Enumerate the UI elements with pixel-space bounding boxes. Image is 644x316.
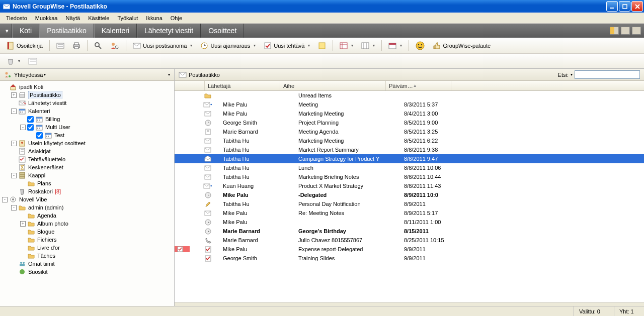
tree-item[interactable]: Asiakirjat [0, 147, 174, 155]
view-grid-button[interactable] [632, 27, 641, 35]
folder-checkbox[interactable] [27, 116, 34, 123]
message-row[interactable]: Tabitha HuMarketing Briefing Notes8/8/20… [175, 172, 644, 181]
menu-file[interactable]: Tiedosto [2, 14, 31, 23]
message-list[interactable]: Unread ItemsMike PaluMeeting8/3/2011 5:3… [175, 91, 644, 302]
maximize-button[interactable] [619, 1, 630, 12]
view-details-button[interactable] [337, 40, 356, 52]
tab-mailbox[interactable]: Postilaatikko [39, 24, 94, 38]
tab-contacts[interactable]: Osoitteet [201, 24, 244, 38]
menu-help[interactable]: Ohje [167, 14, 186, 23]
expand-toggle[interactable]: + [11, 141, 17, 146]
expand-toggle[interactable]: - [2, 197, 8, 202]
view-list-button[interactable] [621, 27, 630, 35]
tree-item[interactable]: +Album photo [0, 220, 174, 228]
message-row[interactable]: Mike Palu-Delegated8/9/2011 10:0 [175, 190, 644, 199]
message-row[interactable]: George SmithProject Planning8/5/2011 9:0… [175, 118, 644, 127]
tree-item[interactable]: Fichiers [0, 236, 174, 244]
new-task-button[interactable]: Uusi tehtävä [261, 40, 312, 52]
menu-tools[interactable]: Työkalut [113, 14, 142, 23]
sidebar-status-header[interactable]: Yhteydessä ▾ ▾ [0, 69, 174, 81]
expand-toggle[interactable]: - [11, 173, 17, 178]
tab-calendar[interactable]: Kalenteri [94, 24, 137, 38]
tree-item[interactable]: Blogue [0, 228, 174, 236]
addressbook-button[interactable]: Osoitekirja [4, 40, 45, 52]
message-row[interactable]: Tabitha HuMarket Report Summary8/8/2011 … [175, 145, 644, 154]
expand-toggle[interactable]: + [20, 221, 26, 227]
new-appointment-button[interactable]: Uusi ajanvaraus [198, 40, 258, 52]
tree-item[interactable]: Tâches [0, 252, 174, 260]
tree-item[interactable]: Roskakori[8] [0, 187, 174, 195]
search-input[interactable] [575, 70, 640, 79]
message-row[interactable]: Marie BarnardJulio Chavez 80155578678/25… [175, 236, 644, 245]
search-dropdown-arrow[interactable]: ▾ [571, 72, 573, 77]
tree-item[interactable]: Suosikit [0, 268, 174, 276]
tree-item[interactable]: Tehtäväluettelo [0, 155, 174, 163]
tree-item[interactable]: Omat tiimit [0, 260, 174, 268]
col-date[interactable]: Päiväm… [386, 81, 451, 90]
tree-item[interactable]: +Usein käytetyt osoitteet [0, 139, 174, 147]
message-row[interactable]: Mike Palu8/11/2011 1:00 [175, 218, 644, 227]
category-row[interactable]: Unread Items [175, 91, 644, 100]
tree-item[interactable]: -Multi User [0, 123, 174, 131]
view-columns-button[interactable] [359, 40, 377, 52]
message-row[interactable]: Tabitha HuPersonal Day Notification8/9/2… [175, 199, 644, 208]
menu-actions[interactable]: Käsittele [84, 14, 113, 23]
message-row[interactable]: Mike PaluMarketing Meeting8/4/2011 3:00 [175, 109, 644, 118]
folder-checkbox[interactable] [36, 132, 43, 139]
menu-window[interactable]: Ikkuna [142, 14, 166, 23]
close-button[interactable] [631, 1, 643, 12]
new-mail-button[interactable]: Uusi postisanoma [130, 40, 195, 52]
new-other-button[interactable] [315, 40, 329, 52]
tree-item[interactable]: Billing [0, 115, 174, 123]
find-contact-button[interactable] [108, 40, 122, 52]
menu-view[interactable]: Näytä [61, 14, 84, 23]
tree-item[interactable]: -Novell Vibe [0, 195, 174, 203]
print-button[interactable] [70, 40, 83, 52]
message-row[interactable]: Tabitha HuLunch8/8/2011 10:06 [175, 163, 644, 172]
folder-checkbox[interactable] [27, 124, 34, 131]
tree-item[interactable]: Test [0, 131, 174, 139]
col-subject[interactable]: Aihe [280, 81, 386, 90]
tree-item[interactable]: Lähetetyt viestit [0, 99, 174, 107]
tree-item[interactable]: ipadfi Koti [0, 83, 174, 91]
message-row[interactable]: Mike PaluMeeting8/3/2011 5:37 [175, 100, 644, 109]
message-row[interactable]: Marie BarnardGeorge's Birthday8/15/2011 [175, 227, 644, 236]
tree-item[interactable]: -Kalenteri [0, 107, 174, 115]
message-row[interactable]: Kuan HuangProduct X Market Strategy8/8/2… [175, 181, 644, 190]
window-title: Novell GroupWise - Postilaatikko [13, 3, 107, 10]
col-icon[interactable] [175, 81, 205, 90]
tree-item[interactable]: +Postilaatikko [0, 91, 174, 99]
search-button[interactable] [92, 40, 105, 52]
view-panels-button[interactable] [610, 27, 619, 35]
tree-item[interactable]: Agenda [0, 212, 174, 220]
folder-tree[interactable]: ipadfi Koti+PostilaatikkoLähetetyt viest… [0, 81, 174, 306]
expand-toggle[interactable]: - [11, 205, 17, 210]
emoji-button[interactable] [413, 40, 427, 52]
tree-item[interactable]: -admin (admin) [0, 203, 174, 212]
calendar-view-button[interactable] [386, 40, 405, 52]
expand-toggle[interactable]: - [11, 109, 17, 114]
tab-sent[interactable]: Lähetetyt viestit [137, 24, 201, 38]
tree-item[interactable]: -Kaappi [0, 171, 174, 179]
tree-item[interactable]: Plans [0, 179, 174, 187]
expand-toggle[interactable]: - [20, 125, 26, 130]
nav-arrow[interactable]: ▾ [2, 24, 12, 38]
message-row[interactable]: Tabitha HuCampaign Strategy for Product … [175, 154, 644, 163]
message-row[interactable]: Marie BarnardMeeting Agenda8/5/2011 3:25 [175, 127, 644, 136]
delete-button[interactable] [4, 55, 23, 67]
message-row[interactable]: Tabitha HuMarketing Meeting8/5/2011 6:22 [175, 136, 644, 145]
sidebar-menu-arrow[interactable]: ▾ [168, 72, 170, 77]
tab-home[interactable]: Koti [12, 24, 39, 38]
minimize-button[interactable] [606, 1, 618, 12]
message-row[interactable]: George SmithTraining Slides9/9/2011 [175, 254, 644, 263]
message-row[interactable]: Mike PaluExpense report-Delegated9/9/201… [175, 245, 644, 254]
message-row[interactable]: Mike PaluRe: Meeting Notes8/9/2011 5:17 [175, 208, 644, 218]
expand-toggle[interactable]: + [11, 92, 17, 98]
tree-item[interactable]: Keskeneräiset [0, 163, 174, 171]
tree-item[interactable]: Livre d'or [0, 244, 174, 252]
col-from[interactable]: Lähettäjä [205, 81, 280, 90]
menu-edit[interactable]: Muokkaa [31, 14, 62, 23]
properties-button[interactable] [54, 40, 67, 52]
form-button[interactable] [26, 55, 40, 67]
feedback-button[interactable]: GroupWise-palaute [430, 40, 493, 52]
